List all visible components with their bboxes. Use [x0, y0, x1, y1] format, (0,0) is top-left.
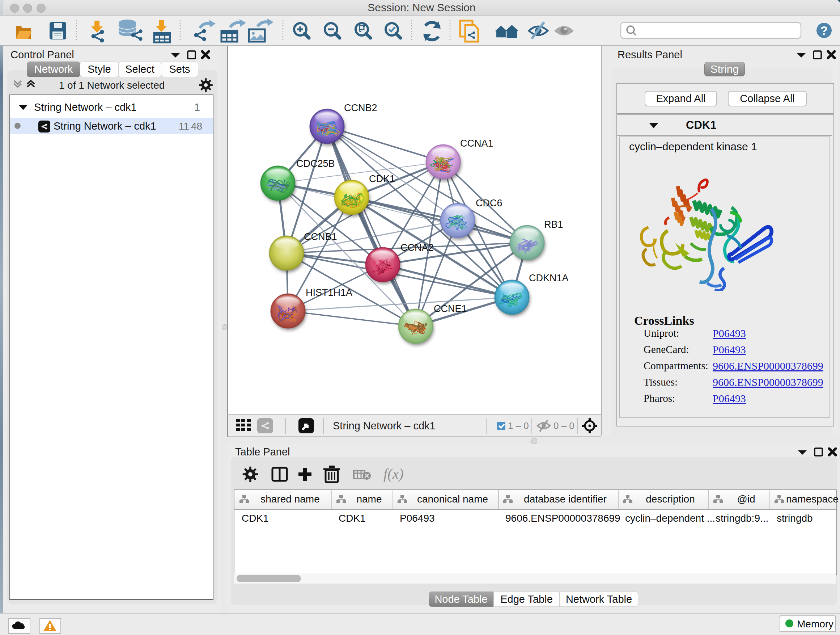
svg-text:CDKN1A: CDKN1A: [529, 272, 569, 283]
svg-text:CCNE1: CCNE1: [434, 303, 467, 314]
svg-text:f(x): f(x): [384, 466, 404, 482]
svg-text:CDC25B: CDC25B: [296, 158, 335, 169]
svg-text:CCNA1: CCNA1: [460, 138, 493, 149]
svg-text:CDC6: CDC6: [476, 198, 502, 209]
svg-text:CDK1: CDK1: [369, 173, 395, 184]
svg-text:CCNB1: CCNB1: [304, 231, 337, 242]
svg-text:0 – 0: 0 – 0: [554, 420, 575, 431]
svg-text:RB1: RB1: [544, 219, 563, 230]
svg-text:CCNB2: CCNB2: [344, 103, 377, 113]
svg-text:1 – 0: 1 – 0: [508, 420, 529, 431]
svg-text:String Network – cdk1: String Network – cdk1: [333, 420, 436, 432]
svg-text:?: ?: [821, 24, 828, 37]
svg-text:HIST1H1A: HIST1H1A: [306, 287, 352, 298]
svg-text:CCNA2: CCNA2: [401, 242, 434, 253]
